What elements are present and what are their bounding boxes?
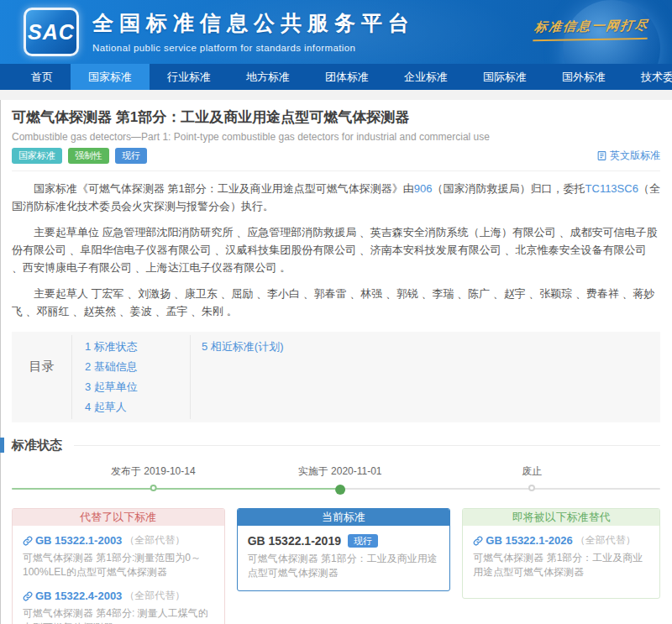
- replace-note: （全部代替）: [575, 534, 636, 547]
- banner-titles: 全国标准信息公共服务平台 National public service pla…: [92, 9, 415, 53]
- standard-description: 可燃气体探测器 第1部分:测量范围为0～100%LEL的点型可燃气体探测器: [23, 551, 214, 579]
- item-head: GB 15322.1-2019 现行: [248, 534, 440, 548]
- item-head: GB 15322.4-2003 （全部代替）: [23, 590, 214, 602]
- list-item: GB 15322.4-2003 （全部代替） 可燃气体探测器 第4部分: 测量人…: [23, 590, 214, 624]
- superseding-card-title: 即将被以下标准替代: [463, 509, 659, 526]
- toc-column-1: 1 标准状态 2 基础信息 3 起草单位 4 起草人: [72, 335, 190, 419]
- slogan-calligraphy: 标准信息一网打尽: [533, 18, 650, 41]
- replaced-card-title: 代替了以下标准: [13, 509, 224, 526]
- section-accent-bar: [0, 438, 4, 453]
- timeline-label-published: 发布于 2019-10-14: [111, 464, 196, 479]
- intro-p1-text1: 国家标准《可燃气体探测器 第1部分：工业及商业用途点型可燃气体探测器》由: [34, 182, 414, 195]
- standard-title: 可燃气体探测器 第1部分：工业及商业用途点型可燃气体探测器: [12, 107, 660, 127]
- superseding-card-body: GB 15322.1-2026 （全部代替） 可燃气体探测器 第1部分：工业及商…: [463, 526, 659, 598]
- status-badge: 现行: [348, 534, 378, 548]
- nav-item-international-standards[interactable]: 国际标准: [465, 64, 544, 90]
- link-icon: [23, 591, 33, 601]
- english-version-link[interactable]: 英文版标准: [596, 149, 660, 163]
- timeline-dot-abolished: [528, 485, 535, 491]
- standard-link-gb15322-4-2003[interactable]: GB 15322.4-2003: [35, 590, 122, 602]
- toc-item-drafters[interactable]: 4 起草人: [85, 397, 190, 417]
- main-nav: 首页 国家标准 行业标准 地方标准 团体标准 企业标准 国际标准 国外标准 技术…: [0, 64, 672, 90]
- section-rule-line: [74, 445, 660, 446]
- toc-item-drafting-orgs[interactable]: 3 起草单位: [85, 377, 190, 397]
- nav-item-national-standards[interactable]: 国家标准: [71, 64, 150, 90]
- standard-description: 可燃气体探测器 第1部分：工业及商业用途点型可燃气体探测器: [473, 551, 649, 579]
- english-version-label: 英文版标准: [610, 149, 660, 163]
- nav-item-industry-standards[interactable]: 行业标准: [150, 64, 228, 90]
- toc-label: 目录: [12, 335, 72, 419]
- link-icon: [473, 536, 483, 546]
- standard-title-english: Combustible gas detectors—Part 1: Point-…: [12, 131, 660, 143]
- tag-mandatory: 强制性: [68, 148, 109, 164]
- standard-description: 可燃气体探测器 第1部分：工业及商业用途点型可燃气体探测器: [248, 552, 440, 580]
- timeline-node-implemented: 实施于 2020-11-01: [298, 464, 382, 495]
- main-content: 可燃气体探测器 第1部分：工业及商业用途点型可燃气体探测器 Combustibl…: [0, 107, 672, 624]
- list-item: GB 15322.1-2019 现行 可燃气体探测器 第1部分：工业及商业用途点…: [248, 534, 440, 580]
- tag-national-standard: 国家标准: [12, 148, 62, 164]
- link-icon: [23, 536, 33, 546]
- timeline-node-published: 发布于 2019-10-14: [111, 464, 196, 491]
- sac-logo[interactable]: SAC: [24, 8, 79, 56]
- standard-description: 可燃气体探测器 第4部分: 测量人工煤气的点型可燃气体探测器: [23, 606, 214, 624]
- toc-column-2: 5 相近标准(计划): [190, 335, 660, 419]
- standard-link-gb15322-1-2003[interactable]: GB 15322.1-2003: [35, 534, 122, 547]
- status-section-header: 标准状态: [12, 438, 660, 453]
- drafters-paragraph: 主要起草人 丁宏军 、刘激扬 、康卫东 、屈励 、李小白 、郭春雷 、林强 、郭…: [12, 285, 660, 320]
- dept-906-link[interactable]: 906: [414, 182, 433, 195]
- nav-item-enterprise-standards[interactable]: 企业标准: [386, 64, 465, 90]
- replace-note: （全部代替）: [124, 590, 185, 602]
- intro-paragraph-1: 国家标准《可燃气体探测器 第1部分：工业及商业用途点型可燃气体探测器》由906（…: [12, 180, 660, 215]
- intro-p1-text2: （国家消防救援局）归口，委托: [433, 182, 585, 195]
- replaced-standards-card: 代替了以下标准 GB 15322.1-2003 （全部代替） 可燃气体探测器 第…: [12, 508, 225, 624]
- toc-item-standard-status[interactable]: 1 标准状态: [85, 337, 190, 357]
- relation-cards: 代替了以下标准 GB 15322.1-2003 （全部代替） 可燃气体探测器 第…: [12, 508, 660, 624]
- timeline-label-abolished: 废止: [522, 464, 542, 479]
- status-timeline: 发布于 2019-10-14 实施于 2020-11-01 废止: [12, 464, 660, 498]
- drafting-organizations-paragraph: 主要起草单位 应急管理部沈阳消防研究所 、应急管理部消防救援局 、英吉森安全消防…: [12, 223, 660, 276]
- nav-item-group-standards[interactable]: 团体标准: [307, 64, 386, 90]
- timeline-node-abolished: 废止: [522, 464, 542, 491]
- site-title: 全国标准信息公共服务平台: [92, 9, 415, 37]
- list-item: GB 15322.1-2026 （全部代替） 可燃气体探测器 第1部分：工业及商…: [473, 534, 649, 579]
- list-item: GB 15322.1-2003 （全部代替） 可燃气体探测器 第1部分:测量范围…: [23, 534, 214, 579]
- timeline-dot-implemented: [335, 485, 345, 495]
- item-head: GB 15322.1-2003 （全部代替）: [23, 534, 214, 547]
- nav-item-foreign-standards[interactable]: 国外标准: [544, 64, 623, 90]
- item-head: GB 15322.1-2026 （全部代替）: [473, 534, 649, 547]
- toc-item-basic-info[interactable]: 2 基础信息: [85, 357, 190, 377]
- status-section-title: 标准状态: [12, 438, 62, 454]
- current-standard-card: 当前标准 GB 15322.1-2019 现行 可燃气体探测器 第1部分：工业及…: [237, 508, 451, 591]
- site-banner: SAC 全国标准信息公共服务平台 National public service…: [0, 0, 672, 64]
- nav-item-local-standards[interactable]: 地方标准: [228, 64, 307, 90]
- timeline-dot-published: [150, 485, 156, 491]
- header-divider: [12, 170, 660, 171]
- nav-item-home[interactable]: 首页: [13, 64, 71, 90]
- document-icon: [596, 150, 607, 161]
- standard-link-gb15322-1-2026[interactable]: GB 15322.1-2026: [486, 534, 572, 547]
- nav-item-technical-committees[interactable]: 技术委员会: [623, 64, 672, 90]
- timeline-label-implemented: 实施于 2020-11-01: [298, 464, 382, 479]
- site-subtitle: National public service platform for sta…: [92, 43, 415, 53]
- tag-row: 国家标准 强制性 现行 英文版标准: [12, 148, 660, 164]
- current-standard-code: GB 15322.1-2019: [248, 535, 341, 548]
- replaced-card-body: GB 15322.1-2003 （全部代替） 可燃气体探测器 第1部分:测量范围…: [13, 526, 224, 624]
- table-of-contents: 目录 1 标准状态 2 基础信息 3 起草单位 4 起草人 5 相近标准(计划): [12, 332, 660, 422]
- page-background-strip: [0, 90, 672, 100]
- toc-item-similar-standards[interactable]: 5 相近标准(计划): [202, 337, 660, 357]
- superseding-standards-card: 即将被以下标准替代 GB 15322.1-2026 （全部代替） 可燃气体探测器…: [462, 508, 660, 599]
- tc113sc6-link[interactable]: TC113SC6: [585, 182, 638, 195]
- current-card-title: 当前标准: [238, 509, 450, 526]
- current-card-body: GB 15322.1-2019 现行 可燃气体探测器 第1部分：工业及商业用途点…: [238, 526, 450, 590]
- tag-current: 现行: [115, 148, 147, 164]
- replace-note: （全部代替）: [124, 534, 185, 547]
